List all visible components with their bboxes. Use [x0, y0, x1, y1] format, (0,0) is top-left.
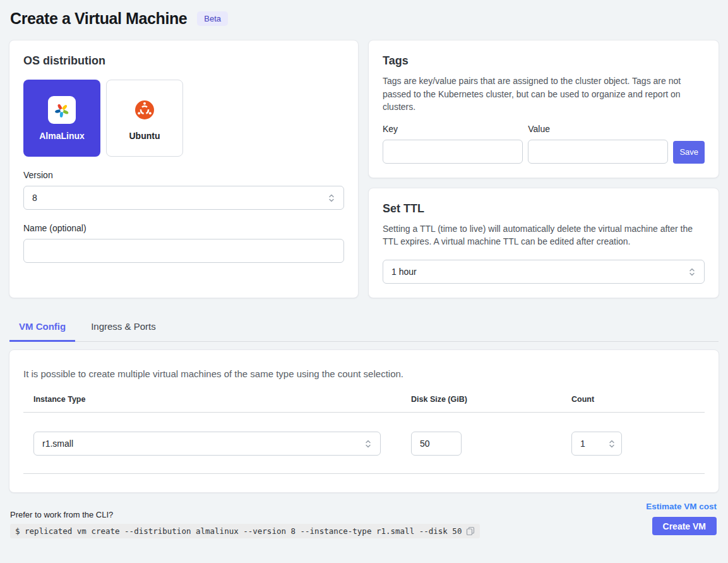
estimate-vm-cost-link[interactable]: Estimate VM cost	[646, 502, 717, 511]
vm-config-note: It is possible to create multiple virtua…	[23, 368, 705, 379]
instance-type-select[interactable]: r1.small	[33, 432, 381, 456]
vm-table: Instance Type Disk Size (GiB) Count r1.s…	[23, 395, 705, 474]
tag-value-input[interactable]	[528, 140, 668, 164]
instance-type-value: r1.small	[42, 439, 73, 449]
chevron-updown-icon	[364, 439, 372, 449]
instance-type-cell: r1.small	[23, 432, 401, 456]
copy-icon[interactable]	[466, 526, 475, 536]
disk-size-input[interactable]	[411, 432, 462, 456]
cli-command: $ replicated vm create --distribution al…	[15, 526, 462, 536]
ttl-description: Setting a TTL (time to live) will automa…	[383, 222, 705, 248]
column-instance-type: Instance Type	[23, 395, 401, 404]
version-select[interactable]: 8	[23, 186, 344, 210]
os-tile-label: AlmaLinux	[39, 131, 85, 141]
count-stepper[interactable]	[571, 432, 622, 456]
chevron-updown-icon[interactable]	[608, 439, 616, 449]
cli-command-bar: $ replicated vm create --distribution al…	[10, 524, 480, 538]
cli-prompt: Prefer to work from the CLI?	[10, 510, 480, 519]
os-tiles: AlmaLinux Ubuntu	[23, 80, 344, 157]
column-count: Count	[561, 395, 705, 404]
tag-value-label: Value	[528, 124, 668, 134]
save-tag-button[interactable]: Save	[673, 141, 705, 164]
tags-card: Tags Tags are key/value pairs that are a…	[368, 40, 719, 178]
beta-badge: Beta	[197, 11, 228, 26]
tag-key-label: Key	[383, 124, 523, 134]
vm-table-header: Instance Type Disk Size (GiB) Count	[23, 395, 705, 413]
name-input[interactable]	[23, 239, 344, 263]
tab-vm-config[interactable]: VM Config	[9, 315, 75, 342]
table-row: r1.small	[23, 413, 705, 474]
os-card-title: OS distribution	[23, 54, 344, 68]
os-tile-label: Ubuntu	[129, 131, 160, 141]
tab-ingress-ports[interactable]: Ingress & Ports	[81, 315, 165, 342]
footer-actions: Estimate VM cost Create VM	[646, 502, 717, 538]
disk-size-cell	[401, 432, 561, 456]
almalinux-icon	[48, 96, 76, 124]
tag-value-col: Value	[528, 124, 668, 164]
tag-key-input[interactable]	[383, 140, 523, 164]
ubuntu-icon	[131, 96, 158, 124]
vm-config-card: It is possible to create multiple virtua…	[9, 349, 719, 493]
tags-card-title: Tags	[383, 54, 705, 68]
os-distribution-card: OS distribution AlmaLin	[9, 40, 359, 298]
tags-form: Key Value Save	[383, 124, 705, 164]
page-title: Create a Virtual Machine	[10, 9, 187, 28]
ttl-select-value: 1 hour	[391, 267, 417, 277]
tab-bar: VM Config Ingress & Ports	[9, 315, 719, 342]
create-vm-button[interactable]: Create VM	[652, 517, 717, 535]
name-label: Name (optional)	[23, 223, 344, 233]
count-cell	[561, 432, 705, 456]
cli-block: Prefer to work from the CLI? $ replicate…	[10, 510, 480, 538]
top-cards-row: OS distribution AlmaLin	[0, 40, 728, 298]
os-tile-ubuntu[interactable]: Ubuntu	[106, 80, 183, 157]
version-label: Version	[23, 170, 344, 180]
chevron-updown-icon	[688, 267, 696, 277]
ttl-card-title: Set TTL	[383, 202, 705, 215]
footer: Prefer to work from the CLI? $ replicate…	[0, 493, 728, 538]
os-tile-almalinux[interactable]: AlmaLinux	[23, 80, 100, 157]
count-input[interactable]	[573, 439, 599, 449]
tags-description: Tags are key/value pairs that are assign…	[383, 75, 705, 114]
ttl-select[interactable]: 1 hour	[383, 260, 705, 284]
set-ttl-card: Set TTL Setting a TTL (time to live) wil…	[368, 188, 719, 298]
version-select-value: 8	[32, 193, 37, 203]
page-header: Create a Virtual Machine Beta	[0, 0, 728, 40]
right-column: Tags Tags are key/value pairs that are a…	[368, 40, 719, 298]
chevron-updown-icon	[328, 193, 335, 203]
column-disk-size: Disk Size (GiB)	[401, 395, 561, 404]
tag-key-col: Key	[383, 124, 523, 164]
